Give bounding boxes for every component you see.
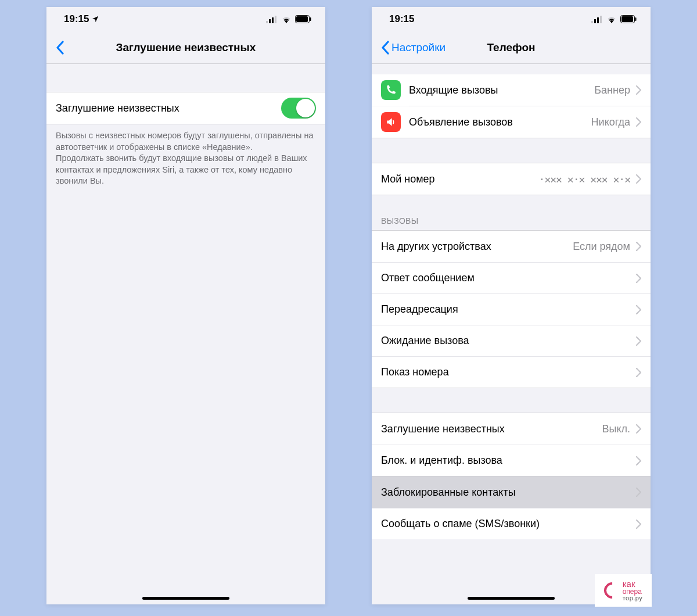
chevron-right-icon [636,336,641,346]
back-button[interactable]: Настройки [376,31,450,63]
svg-rect-6 [310,17,311,21]
svg-rect-13 [635,17,637,21]
row-label: Ожидание вызова [381,335,636,347]
nav-bar: Заглушение неизвестных [46,31,325,64]
row-label: Показ номера [381,366,636,378]
settings-row[interactable]: Сообщать о спаме (SMS/звонки) [372,508,651,539]
settings-row[interactable]: Заблокированные контакты [372,477,651,508]
row-label: Ответ сообщением [381,272,636,284]
svg-rect-8 [594,19,596,23]
calls-section-header: ВЫЗОВЫ [372,213,651,230]
watermark-line1: как [623,579,643,588]
chevron-right-icon [636,242,641,251]
phone-in-icon [381,80,401,100]
signal-icon [266,16,278,23]
svg-rect-2 [272,17,274,23]
row-label: Сообщать о спаме (SMS/звонки) [381,518,636,530]
battery-icon [295,15,311,23]
row-label: Заблокированные контакты [381,486,636,499]
status-icons [266,15,311,23]
back-button[interactable] [51,31,69,63]
row-value: Выкл. [602,423,630,435]
battery-icon [620,15,637,23]
silence-description: Вызовы с неизвестных номеров будут заглу… [46,124,325,187]
status-bar: 19:15 [372,7,651,31]
home-indicator[interactable] [468,597,555,600]
row-label: Входящие вызовы [409,84,594,96]
settings-row[interactable]: Показ номера [372,356,651,388]
svg-rect-12 [621,16,633,22]
page-title: Заглушение неизвестных [116,41,256,54]
chevron-right-icon [636,274,641,283]
signal-icon [591,16,603,23]
toggle-label: Заглушение неизвестных [56,102,281,114]
announce-icon [381,112,401,132]
row-label: Объявление вызовов [409,116,591,128]
phone-settings-telephone: 19:15 Настройки Телефон Входящие вызовы … [372,7,651,604]
status-icons [591,15,637,23]
location-icon [91,15,99,23]
wifi-icon [281,16,292,23]
chevron-left-icon [381,41,389,55]
status-time: 19:15 [64,13,89,25]
svg-rect-3 [275,16,276,23]
home-indicator[interactable] [142,597,229,600]
chevron-right-icon [636,85,641,95]
watermark-icon [601,579,624,602]
chevron-left-icon [56,41,64,55]
chevron-right-icon [636,520,641,529]
chevron-right-icon [636,488,641,497]
my-number-label: Мой номер [381,173,539,185]
my-number-value: ·✕✕✕ ✕·✕ ✕✕✕ ✕·✕ [539,173,630,185]
settings-row[interactable]: Ответ сообщением [372,262,651,293]
svg-rect-1 [269,19,271,23]
watermark-line3: тор.ру [623,595,643,601]
nav-bar: Настройки Телефон [372,31,651,64]
chevron-right-icon [636,368,641,377]
chevron-right-icon [636,456,641,465]
wifi-icon [606,16,617,23]
settings-row[interactable]: Ожидание вызова [372,325,651,356]
row-label: Блок. и идентиф. вызова [381,454,636,467]
settings-row[interactable]: Блок. и идентиф. вызова [372,445,651,476]
status-time: 19:15 [389,13,414,25]
row-value: Никогда [591,116,630,128]
chevron-right-icon [636,305,641,314]
settings-row[interactable]: Входящие вызовы Баннер [372,74,651,106]
row-value: Если рядом [573,241,630,253]
chevron-right-icon [636,424,641,434]
row-label: Заглушение неизвестных [381,423,602,435]
svg-rect-10 [600,16,602,23]
row-value: Баннер [594,84,630,96]
silence-unknown-toggle[interactable] [281,98,316,119]
svg-rect-0 [266,21,268,23]
watermark: как опера тор.ру [595,574,652,607]
chevron-right-icon [636,117,641,127]
silence-unknown-toggle-row[interactable]: Заглушение неизвестных [46,92,325,124]
settings-row[interactable]: На других устройствах Если рядом [372,231,651,262]
settings-row[interactable]: Заглушение неизвестных Выкл. [372,413,651,445]
my-number-row[interactable]: Мой номер ·✕✕✕ ✕·✕ ✕✕✕ ✕·✕ [372,163,651,195]
phone-silence-unknown: 19:15 Заглушение неизвестных Заглушение … [46,7,325,604]
row-label: Переадресация [381,303,636,316]
svg-rect-9 [597,17,599,23]
row-label: На других устройствах [381,241,573,253]
back-label: Настройки [391,41,445,54]
status-bar: 19:15 [46,7,325,31]
settings-row[interactable]: Переадресация [372,293,651,325]
chevron-right-icon [636,174,641,184]
page-title: Телефон [487,41,535,54]
settings-row[interactable]: Объявление вызовов Никогда [372,106,651,138]
svg-rect-5 [296,16,308,22]
svg-rect-7 [591,21,593,23]
